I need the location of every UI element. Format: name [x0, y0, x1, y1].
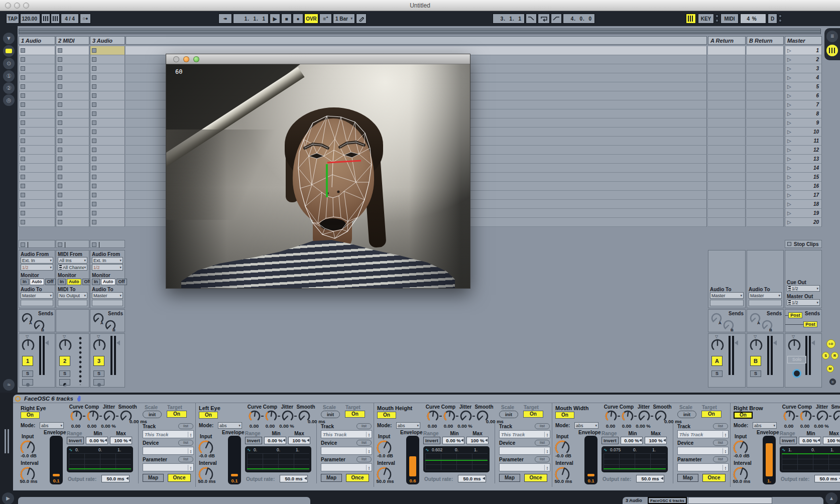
- output-type-dropdown[interactable]: Master▾: [749, 292, 782, 299]
- clip-slot[interactable]: [90, 182, 125, 191]
- empty-clip-slot[interactable]: [747, 164, 784, 173]
- scene-slot[interactable]: ▷6: [785, 91, 822, 100]
- curve-knob[interactable]: [605, 410, 618, 423]
- scene-play-icon[interactable]: ▷: [787, 192, 791, 198]
- solo-button[interactable]: S: [750, 370, 761, 377]
- empty-clip-slot[interactable]: [708, 64, 746, 73]
- scene-play-icon[interactable]: ▷: [787, 174, 791, 180]
- device-titlebar[interactable]: FaceOSC 6 tracks: [13, 395, 840, 403]
- scene-play-icon[interactable]: ▷: [787, 120, 791, 125]
- monitor-in-button[interactable]: In: [21, 279, 29, 285]
- jitter-knob[interactable]: [459, 410, 472, 423]
- track-header[interactable]: A Return: [708, 36, 746, 45]
- spinner-icon[interactable]: ▴▾: [366, 465, 372, 470]
- map-button[interactable]: Map: [499, 474, 520, 482]
- empty-clip-slot[interactable]: [747, 118, 784, 128]
- input-type-dropdown[interactable]: Ext. In▾: [21, 257, 53, 264]
- track-activator-button[interactable]: A: [711, 356, 723, 366]
- send-b-post-button[interactable]: Post: [803, 321, 817, 327]
- clip-slot[interactable]: [19, 182, 55, 191]
- empty-clip-slot[interactable]: [708, 100, 746, 109]
- clip-slot[interactable]: [90, 218, 125, 227]
- spinner-icon[interactable]: ▴▾: [188, 432, 193, 437]
- min-value-box[interactable]: 0.00 %: [799, 437, 821, 444]
- input-channel-dropdown[interactable]: 1/2▾: [92, 264, 123, 271]
- empty-clip-slot[interactable]: [747, 209, 784, 218]
- clip-slot[interactable]: [90, 46, 125, 55]
- target-on-button[interactable]: On: [345, 411, 365, 418]
- overview-icon[interactable]: ≡: [826, 31, 838, 42]
- empty-clip-slot[interactable]: [708, 164, 746, 173]
- scene-slot[interactable]: ▷8: [785, 109, 822, 118]
- clip-slot[interactable]: [56, 100, 89, 109]
- output-channel-box[interactable]: [710, 300, 744, 306]
- scene-play-icon[interactable]: ▷: [787, 57, 791, 62]
- empty-clip-slot[interactable]: [747, 182, 784, 191]
- arm-button[interactable]: [59, 379, 70, 386]
- output-type-dropdown[interactable]: Master▾: [92, 292, 123, 299]
- scene-play-icon[interactable]: ▷: [787, 84, 791, 89]
- comp-knob[interactable]: [621, 410, 634, 423]
- empty-clip-slot[interactable]: [708, 155, 746, 164]
- scene-slot[interactable]: ▷16: [785, 182, 822, 191]
- device-scrollbar[interactable]: [18, 497, 310, 504]
- track-header[interactable]: [126, 36, 707, 45]
- tap-tempo-button[interactable]: TAP: [6, 14, 19, 24]
- clip-slot[interactable]: [56, 146, 89, 155]
- track-activator-button[interactable]: B: [750, 356, 761, 366]
- scene-slot[interactable]: ▷7: [785, 100, 822, 109]
- show-detail-icon[interactable]: ▶: [2, 492, 14, 504]
- output-type-dropdown[interactable]: Master▾: [710, 292, 744, 299]
- spinner-icon[interactable]: ▴▾: [188, 465, 193, 470]
- empty-clip-slot[interactable]: [747, 82, 784, 91]
- empty-clip-slot[interactable]: [708, 209, 746, 218]
- record-button[interactable]: ●: [293, 14, 303, 24]
- clip-slot[interactable]: [19, 218, 55, 227]
- clip-slot[interactable]: [56, 218, 89, 227]
- clip-slot[interactable]: [90, 82, 125, 91]
- clip-slot[interactable]: [19, 173, 55, 182]
- scene-slot[interactable]: ▷17: [785, 191, 822, 200]
- device-selector[interactable]: ▴▾: [499, 447, 550, 455]
- solo-button[interactable]: S: [59, 370, 70, 377]
- clip-slot[interactable]: [90, 109, 125, 118]
- clip-slot[interactable]: [56, 182, 89, 191]
- disk-two-icon[interactable]: ②: [3, 82, 15, 94]
- clip-slot[interactable]: [90, 118, 125, 128]
- clip-slot[interactable]: [56, 173, 89, 182]
- empty-clip-slot[interactable]: [708, 182, 746, 191]
- session-scroll-strip[interactable]: [19, 29, 821, 34]
- max-value-box[interactable]: 100 %: [288, 437, 310, 444]
- input-type-dropdown[interactable]: All Ins▾: [58, 257, 87, 264]
- clip-slot[interactable]: [19, 82, 55, 91]
- invert-button[interactable]: Invert: [602, 437, 619, 444]
- spinner-icon[interactable]: ▴▾: [188, 448, 193, 454]
- punch-in-button[interactable]: [526, 14, 537, 24]
- volume-meter[interactable]: [39, 336, 45, 375]
- monitor-in-button[interactable]: In: [92, 279, 100, 285]
- nudge-down-button[interactable]: [41, 14, 50, 24]
- clip-slot[interactable]: [19, 155, 55, 164]
- disk-one-icon[interactable]: ①: [3, 70, 15, 82]
- output-rate-box[interactable]: 50.0 ms: [101, 475, 130, 482]
- empty-clip-slot[interactable]: [708, 109, 746, 118]
- empty-clip-slot[interactable]: [708, 218, 746, 227]
- target-on-button[interactable]: On: [523, 411, 543, 418]
- scene-play-icon[interactable]: ▷: [787, 210, 791, 216]
- clip-slot[interactable]: [19, 73, 55, 82]
- volume-meter[interactable]: [767, 336, 773, 375]
- send-a-post-button[interactable]: Post: [788, 312, 802, 318]
- loop-length-display[interactable]: 4. 0. 0: [563, 14, 595, 24]
- clip-slot[interactable]: [19, 128, 55, 137]
- clip-slot[interactable]: [56, 55, 89, 64]
- clip-slot[interactable]: [19, 118, 55, 128]
- loop-start-display[interactable]: 3. 1. 1: [493, 14, 525, 24]
- video-window-titlebar[interactable]: [166, 54, 470, 64]
- clip-slot[interactable]: [56, 164, 89, 173]
- scene-play-icon[interactable]: ▷: [787, 66, 791, 71]
- clip-slot[interactable]: [56, 191, 89, 200]
- jitter-knob[interactable]: [816, 410, 829, 423]
- mode-dropdown[interactable]: abs▾: [40, 422, 64, 429]
- clip-slot[interactable]: [90, 91, 125, 100]
- volume-meter[interactable]: [729, 336, 734, 375]
